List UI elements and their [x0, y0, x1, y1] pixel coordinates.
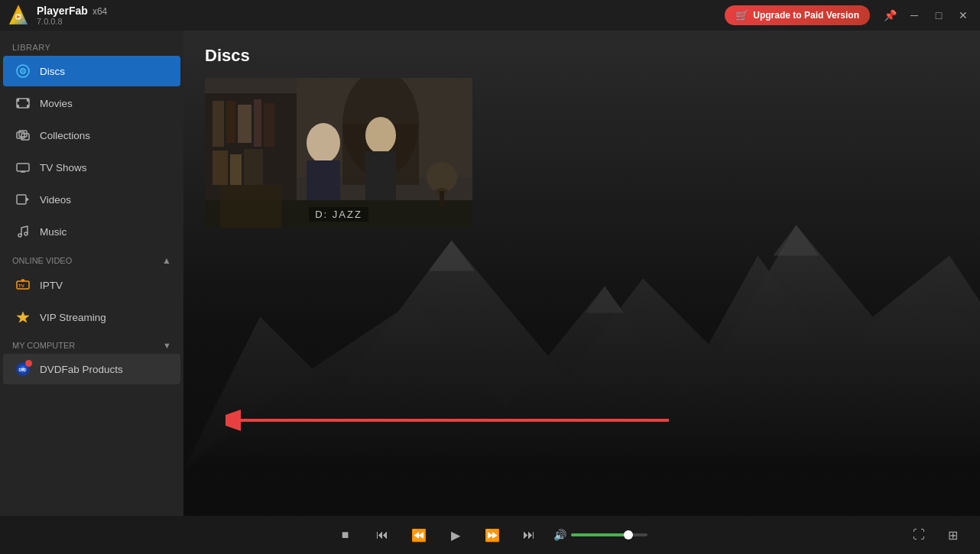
online-video-chevron: ▲ — [162, 255, 171, 266]
library-section-label: Library — [0, 31, 183, 55]
next-button[interactable]: ⏭ — [517, 523, 541, 547]
cart-icon: 🛒 — [735, 9, 748, 21]
dvdfab-icon: DVD — [15, 361, 31, 377]
app-info: PlayerFab x64 7.0.0.8 — [37, 5, 107, 26]
app-name: PlayerFab — [37, 5, 88, 17]
prev-button[interactable]: ⏮ — [370, 523, 394, 547]
play-icon: ▶ — [451, 528, 460, 543]
svg-rect-12 — [17, 132, 24, 138]
my-computer-section[interactable]: My Computer ▼ — [0, 333, 183, 353]
svg-marker-35 — [773, 225, 819, 255]
svg-rect-8 — [17, 99, 19, 102]
svg-text:DVD: DVD — [19, 368, 27, 372]
my-computer-chevron: ▼ — [163, 341, 171, 350]
svg-marker-27 — [17, 312, 29, 322]
rewind-icon: ⏪ — [411, 528, 427, 543]
main-container: Library Discs — [0, 31, 980, 516]
sidebar-item-music-label: Music — [40, 226, 67, 238]
svg-marker-19 — [26, 197, 29, 202]
sidebar-item-tv-shows-label: TV Shows — [40, 162, 87, 173]
disc-thumbnail: D: JAZZ — [205, 78, 472, 228]
sidebar-item-videos-label: Videos — [40, 194, 71, 206]
play-button[interactable]: ▶ — [443, 523, 468, 547]
svg-text:TV: TV — [18, 283, 24, 288]
window-controls: 📌 ─ □ ✕ — [879, 5, 974, 26]
vip-icon — [15, 309, 31, 325]
sidebar-item-iptv-label: IPTV — [40, 280, 63, 291]
svg-rect-15 — [17, 164, 29, 171]
upgrade-label: Upgrade to Paid Version — [753, 10, 859, 21]
app-branding: PlayerFab x64 7.0.0.8 — [6, 3, 107, 28]
svg-rect-61 — [205, 78, 472, 228]
list-view-button[interactable]: ⊞ — [940, 523, 965, 547]
volume-handle[interactable] — [624, 530, 633, 539]
svg-rect-10 — [17, 105, 19, 108]
sidebar-item-videos[interactable]: Videos — [3, 184, 180, 215]
online-video-section[interactable]: ONLINE VIDEO ▲ — [0, 248, 183, 269]
page-title: Discs — [183, 31, 980, 78]
stop-icon: ■ — [342, 528, 349, 542]
iptv-icon: TV — [15, 277, 31, 293]
sidebar-item-vip-streaming[interactable]: VIP Streaming — [3, 302, 180, 332]
sidebar-item-movies[interactable]: Movies — [3, 88, 180, 118]
fullscreen-icon: ⛶ — [913, 528, 925, 542]
videos-icon — [15, 192, 31, 207]
minimize-button[interactable]: ─ — [904, 5, 925, 26]
fullscreen-button[interactable]: ⛶ — [907, 523, 931, 547]
player-right-controls: ⛶ ⊞ — [907, 523, 965, 547]
volume-icon: 🔊 — [553, 529, 566, 541]
forward-icon: ⏩ — [485, 528, 500, 543]
disc-icon — [15, 63, 31, 79]
sidebar: Library Discs — [0, 31, 183, 516]
collections-icon — [15, 128, 31, 143]
disc-card[interactable]: D: JAZZ — [205, 78, 472, 228]
svg-rect-18 — [17, 195, 26, 204]
svg-rect-11 — [27, 105, 29, 108]
sidebar-item-discs-label: Discs — [40, 66, 65, 77]
svg-point-21 — [24, 232, 28, 235]
next-icon: ⏭ — [523, 528, 535, 542]
svg-point-6 — [22, 70, 24, 72]
online-video-label: ONLINE VIDEO — [12, 256, 72, 265]
close-icon: ✕ — [959, 9, 968, 21]
arrow-annotation — [226, 397, 684, 443]
volume-fill — [571, 533, 628, 536]
sidebar-item-iptv[interactable]: TV IPTV — [3, 270, 180, 300]
svg-marker-34 — [429, 240, 475, 271]
stop-button[interactable]: ■ — [333, 523, 358, 547]
app-arch: x64 — [92, 6, 107, 17]
maximize-button[interactable]: □ — [928, 5, 949, 26]
volume-control[interactable]: 🔊 — [553, 529, 647, 541]
movies-icon — [15, 96, 31, 111]
svg-marker-36 — [586, 287, 624, 313]
rewind-button[interactable]: ⏪ — [407, 523, 431, 547]
film-scene-svg — [205, 78, 472, 228]
sidebar-item-discs[interactable]: Discs — [3, 56, 180, 86]
list-view-icon: ⊞ — [948, 528, 958, 543]
disc-label: D: JAZZ — [309, 207, 368, 222]
volume-bar[interactable] — [571, 533, 647, 536]
sidebar-item-collections[interactable]: Collections — [3, 120, 180, 151]
sidebar-item-tv-shows[interactable]: TV Shows — [3, 152, 180, 183]
player-bar: ■ ⏮ ⏪ ▶ ⏩ ⏭ 🔊 ⛶ ⊞ — [0, 516, 980, 554]
sidebar-item-dvdfab[interactable]: DVD DVDFab Products — [3, 354, 180, 384]
pin-icon: 📌 — [884, 9, 897, 21]
content-area: Discs — [183, 31, 980, 516]
svg-rect-9 — [27, 99, 29, 102]
app-version: 7.0.0.8 — [37, 17, 107, 26]
svg-point-20 — [18, 234, 21, 237]
titlebar: PlayerFab x64 7.0.0.8 🛒 Upgrade to Paid … — [0, 0, 980, 31]
sidebar-item-music[interactable]: Music — [3, 216, 180, 247]
minimize-icon: ─ — [910, 9, 918, 21]
close-button[interactable]: ✕ — [952, 5, 974, 26]
forward-button[interactable]: ⏩ — [480, 523, 505, 547]
sidebar-item-dvdfab-label: DVDFab Products — [40, 364, 123, 375]
sidebar-item-collections-label: Collections — [40, 130, 90, 141]
my-computer-label: My Computer — [12, 341, 75, 350]
sidebar-item-vip-streaming-label: VIP Streaming — [40, 312, 106, 323]
prev-icon: ⏮ — [376, 528, 388, 542]
sidebar-item-movies-label: Movies — [40, 98, 73, 109]
pin-button[interactable]: 📌 — [879, 5, 900, 26]
upgrade-button[interactable]: 🛒 Upgrade to Paid Version — [725, 5, 870, 25]
app-logo — [6, 3, 31, 28]
